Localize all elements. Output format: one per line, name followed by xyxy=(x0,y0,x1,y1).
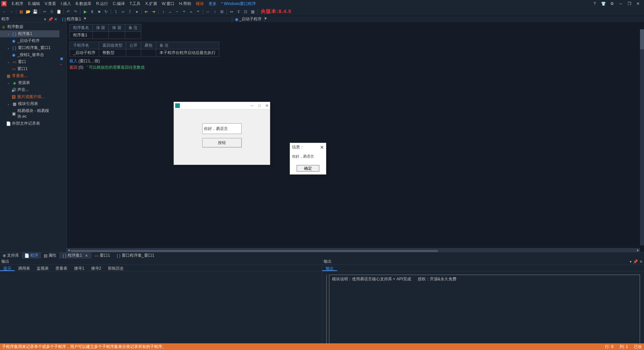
maximize-icon[interactable]: ❐ xyxy=(627,1,632,6)
td[interactable]: 程序集1 xyxy=(70,32,93,39)
help-icon[interactable]: ? xyxy=(592,1,597,6)
tree-item-module-ec[interactable]: ▣精易模块 - 精易模块.ec xyxy=(0,107,59,120)
tree-item-image[interactable]: 🖼图片或图片组... xyxy=(0,93,59,100)
tab-close-icon[interactable]: ✕ xyxy=(85,253,88,258)
tb-grid[interactable]: ▦ xyxy=(250,9,256,15)
preview-close-icon[interactable]: ✕ xyxy=(265,103,269,108)
tb-stepover[interactable]: ⤼ xyxy=(120,9,126,15)
tb-stepout[interactable]: ⤴ xyxy=(127,9,133,15)
tree-item-window1[interactable]: ▭窗口1 xyxy=(0,65,59,72)
scroll-left-icon[interactable]: ◂ xyxy=(67,248,71,252)
tree-item-windows[interactable]: ⌄▭窗口 xyxy=(0,58,59,65)
preview-maximize-icon[interactable]: □ xyxy=(258,103,261,108)
panel-min-icon[interactable]: ▾ xyxy=(630,259,632,264)
horizontal-scrollbar[interactable]: ◂ ▸ xyxy=(67,248,640,252)
window-program-title[interactable]: * Windows窗口程序 xyxy=(219,0,259,8)
dialog-ok-button[interactable]: 确定 xyxy=(297,165,319,172)
td[interactable] xyxy=(109,32,125,39)
td[interactable] xyxy=(141,49,156,57)
td[interactable] xyxy=(93,32,109,39)
btab-window1[interactable]: ▭窗口1 xyxy=(91,252,113,259)
td[interactable]: _启动子程序 xyxy=(70,49,99,57)
tb-outdent[interactable]: ⇤ xyxy=(143,9,149,15)
tab-nav-icon[interactable]: ▾ xyxy=(265,16,267,22)
tb-same-height[interactable]: ↕ xyxy=(212,9,218,15)
tb-forward[interactable]: → xyxy=(8,9,14,15)
tree-item-winprogset[interactable]: ⌄{ }窗口程序集_窗口1 xyxy=(0,44,59,51)
gear-icon[interactable]: ⚙ xyxy=(609,1,615,6)
tb-new[interactable]: ▦ xyxy=(18,9,24,15)
tab-program[interactable]: 📄程序 xyxy=(22,252,41,259)
tree-item-consttable[interactable]: ▦常量表... xyxy=(0,72,59,79)
td[interactable]: 整数型 xyxy=(99,49,126,57)
out-tab-search1[interactable]: 搜寻1 xyxy=(71,265,88,271)
vertical-scrollbar[interactable] xyxy=(640,29,644,245)
plus-marker-icon[interactable]: + xyxy=(60,63,62,66)
menu-help[interactable]: H.帮助 xyxy=(177,0,194,8)
btab-winprogset[interactable]: { }窗口程序集_窗口1 xyxy=(113,252,158,259)
preview-titlebar[interactable]: ─ □ ✕ xyxy=(174,102,270,109)
tb-run[interactable]: ▶ xyxy=(82,9,88,15)
tab-support-lib[interactable]: ⊕支持库 xyxy=(0,252,22,259)
out-tab-search2[interactable]: 搜寻2 xyxy=(88,265,105,271)
tb-dist-v[interactable]: ⇕ xyxy=(236,9,242,15)
tree-item-startup[interactable]: ◉_启动子程序 xyxy=(0,37,59,44)
code-line[interactable]: 载入 (窗口1, , 假) xyxy=(69,58,641,64)
code-editor[interactable]: ▣ + 程序集名保 留保 留备 注 程序集1 子程序名返回值类型公开易包备 注 … xyxy=(59,23,644,252)
tb-same-width[interactable]: ↔ xyxy=(205,9,211,15)
tab-nav-icon[interactable]: ▾ xyxy=(84,16,86,22)
tb-align-top[interactable]: ⫧ xyxy=(181,9,187,15)
tb-stepinto[interactable]: ⤵ xyxy=(113,9,119,15)
tb-align-middle[interactable]: ⫨ xyxy=(188,9,194,15)
tb-pause[interactable]: ⏸ xyxy=(89,9,95,15)
fold-marker-icon[interactable]: ▣ xyxy=(60,57,63,60)
editor-tab-progset1[interactable]: { }程序集1 xyxy=(59,16,84,22)
tb-center[interactable]: ⊡ xyxy=(243,9,249,15)
menu-run[interactable]: R.运行 xyxy=(94,0,110,8)
scroll-right-icon[interactable]: ▸ xyxy=(636,248,640,252)
out-tab-watch[interactable]: 监视表 xyxy=(33,265,52,271)
menu-view[interactable]: V.查看 xyxy=(42,0,58,8)
preview-button[interactable]: 按钮 xyxy=(202,138,242,147)
menu-compile[interactable]: C.编译 xyxy=(110,0,127,8)
out-tab-output[interactable]: 输出 xyxy=(322,265,337,271)
tb-undo[interactable]: ↶ xyxy=(65,9,71,15)
tb-save[interactable]: 💾 xyxy=(32,9,38,15)
td[interactable] xyxy=(126,49,141,57)
close-icon[interactable]: ✕ xyxy=(635,1,641,6)
shirt-icon[interactable]: 👕 xyxy=(601,1,606,6)
tb-same-size[interactable]: ⊞ xyxy=(219,9,225,15)
scrollbar-thumb[interactable] xyxy=(71,250,438,252)
tb-dist-h[interactable]: ⇔ xyxy=(229,9,235,15)
menu-window[interactable]: W.窗口 xyxy=(159,0,177,8)
preview-minimize-icon[interactable]: ─ xyxy=(251,103,254,108)
tb-restart[interactable]: ↻ xyxy=(103,9,109,15)
tree-item-extfile[interactable]: 📄外部文件记录表 xyxy=(0,120,59,127)
panel-pin-icon[interactable]: 📌 xyxy=(633,259,638,264)
tab-property[interactable]: ▤属性 xyxy=(41,252,59,259)
tb-align-center-h[interactable]: ⫠ xyxy=(167,9,173,15)
editor-tab-startup[interactable]: ◉_启动子程序 xyxy=(232,16,265,22)
menu-program[interactable]: E.程序 xyxy=(9,0,26,8)
tb-open[interactable]: 📂 xyxy=(25,9,31,15)
tree-item-button-click[interactable]: ◉_按钮1_被单击 xyxy=(0,51,59,58)
tree-root[interactable]: ☺ 程序数据 xyxy=(0,23,59,30)
tb-align-bottom[interactable]: ⫩ xyxy=(195,9,201,15)
menu-edit[interactable]: E.编辑 xyxy=(26,0,42,8)
menu-module[interactable]: 模块 xyxy=(194,0,206,8)
tree-item-resource[interactable]: ⌄◈资源表 xyxy=(0,79,59,86)
panel-close-icon[interactable]: ✕ xyxy=(53,17,58,22)
tb-back[interactable]: ← xyxy=(1,9,7,15)
tb-breakpoint[interactable]: ● xyxy=(134,9,140,15)
tb-indent[interactable]: ⇥ xyxy=(150,9,156,15)
out-tab-vars[interactable]: 变量表 xyxy=(52,265,71,271)
panel-pin-icon[interactable]: 📌 xyxy=(48,17,53,22)
tree-item-progset1[interactable]: ⌄{ }程序集1 xyxy=(0,30,59,37)
minimize-icon[interactable]: ─ xyxy=(618,1,623,6)
out-tab-hint[interactable]: 提示 xyxy=(0,265,15,271)
btab-progset1[interactable]: { }程序集1✕ xyxy=(59,252,91,259)
tb-copy[interactable]: ⎘ xyxy=(49,9,55,15)
tb-paste[interactable]: 📋 xyxy=(56,9,62,15)
out-tab-calltable[interactable]: 调用表 xyxy=(15,265,33,271)
code-line[interactable]: 返回 (0) ' 可以根据您的需要返回任意数值 xyxy=(69,64,641,71)
